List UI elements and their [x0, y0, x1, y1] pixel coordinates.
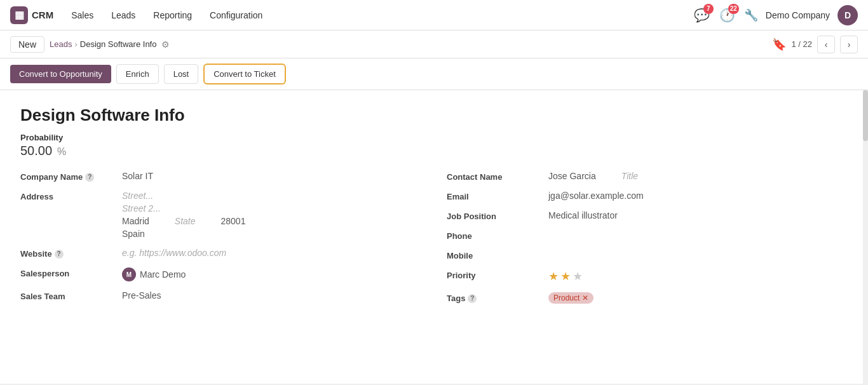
address-street1[interactable]: Street...: [122, 191, 421, 201]
contact-name-value[interactable]: Jose Garcia: [548, 171, 596, 181]
phone-label: Phone: [447, 230, 548, 241]
company-name[interactable]: Demo Company: [766, 10, 830, 20]
breadcrumb-right: 🔖 1 / 22 ‹ ›: [772, 36, 858, 53]
settings-gear-icon[interactable]: ⚙: [161, 39, 170, 50]
phone-row: Phone: [447, 230, 848, 241]
salesperson-name: Marc Demo: [140, 269, 186, 280]
address-street2[interactable]: Street 2...: [122, 203, 421, 213]
email-row: Email jga@solar.example.com: [447, 191, 848, 201]
company-name-row: Company Name ? Solar IT: [20, 171, 421, 182]
contact-name-row: Contact Name Jose Garcia Title: [447, 171, 848, 182]
salesperson-avatar: M: [122, 267, 136, 281]
menu-item-reporting[interactable]: Reporting: [146, 6, 200, 24]
form-right: Contact Name Jose Garcia Title Email jga…: [447, 171, 848, 313]
star-1[interactable]: ★: [548, 269, 559, 283]
website-row: Website ? e.g. https://www.odoo.com: [20, 248, 421, 259]
top-navigation: ▦ CRM Sales Leads Reporting Configuratio…: [0, 0, 868, 30]
record-title: Design Software Info: [20, 105, 848, 125]
messages-notification[interactable]: 💬 7: [693, 6, 711, 24]
salesperson-field[interactable]: M Marc Demo: [122, 267, 421, 281]
tag-remove-icon[interactable]: ✕: [582, 294, 588, 302]
breadcrumb-left: New Leads › Design Software Info ⚙: [10, 36, 170, 53]
address-row: Address Street... Street 2... Madrid Sta…: [20, 191, 421, 239]
address-label: Address: [20, 191, 122, 201]
probability-field: Probability 50.00 %: [20, 133, 848, 158]
activities-count: 22: [728, 4, 739, 14]
tags-field: Product ✕: [548, 292, 848, 304]
user-avatar[interactable]: D: [837, 5, 858, 25]
wrench-icon[interactable]: 🔧: [744, 8, 758, 22]
mobile-label: Mobile: [447, 250, 548, 260]
crm-logo-icon: ▦: [10, 6, 28, 24]
scrollbar-thumb[interactable]: [863, 90, 868, 141]
address-zip[interactable]: 28001: [221, 216, 246, 226]
website-label: Website ?: [20, 248, 122, 259]
job-position-row: Job Position Medical illustrator: [447, 210, 848, 221]
tags-label: Tags ?: [447, 292, 548, 303]
top-menu: Sales Leads Reporting Configuration: [64, 6, 688, 24]
address-city[interactable]: Madrid: [122, 216, 149, 226]
probability-value: 50.00: [20, 144, 52, 158]
email-label: Email: [447, 191, 548, 201]
breadcrumb-separator: ›: [74, 39, 77, 49]
breadcrumb: Leads › Design Software Info ⚙: [50, 39, 170, 50]
probability-unit: %: [57, 146, 66, 158]
email-value[interactable]: jga@solar.example.com: [548, 191, 848, 201]
pagination-info: 1 / 22: [791, 39, 812, 49]
website-value[interactable]: e.g. https://www.odoo.com: [122, 248, 421, 258]
priority-row: Priority ★ ★ ★: [447, 269, 848, 283]
address-city-row: Madrid State 28001: [122, 216, 421, 226]
bookmark-icon[interactable]: 🔖: [772, 37, 786, 51]
star-2[interactable]: ★: [560, 269, 571, 283]
tag-label: Product: [553, 294, 580, 302]
breadcrumb-parent[interactable]: Leads: [50, 39, 72, 49]
job-position-label: Job Position: [447, 210, 548, 221]
contact-name-field: Jose Garcia Title: [548, 171, 848, 181]
form-left: Company Name ? Solar IT Address Street..…: [20, 171, 421, 313]
salesperson-label: Salesperson: [20, 267, 122, 278]
job-position-value[interactable]: Medical illustrator: [548, 210, 848, 220]
menu-item-configuration[interactable]: Configuration: [202, 6, 270, 24]
new-button[interactable]: New: [10, 36, 44, 53]
convert-to-opportunity-button[interactable]: Convert to Opportunity: [10, 65, 111, 83]
pagination-next[interactable]: ›: [840, 36, 858, 53]
mobile-row: Mobile: [447, 250, 848, 260]
tags-help-icon[interactable]: ?: [468, 294, 477, 303]
menu-item-leads[interactable]: Leads: [104, 6, 143, 24]
title-label[interactable]: Title: [621, 171, 638, 181]
topnav-right: 💬 7 🕐 22 🔧 Demo Company D: [693, 5, 858, 25]
breadcrumb-bar: New Leads › Design Software Info ⚙ 🔖 1 /…: [0, 30, 868, 58]
lost-button[interactable]: Lost: [164, 64, 199, 84]
star-3[interactable]: ★: [573, 269, 583, 283]
pagination-prev[interactable]: ‹: [817, 36, 835, 53]
app-logo[interactable]: ▦ CRM: [10, 6, 53, 24]
company-name-help-icon[interactable]: ?: [85, 173, 94, 182]
breadcrumb-current: Design Software Info: [80, 39, 157, 49]
address-country[interactable]: Spain: [122, 229, 421, 239]
convert-to-ticket-button[interactable]: Convert to Ticket: [203, 64, 286, 84]
sales-team-row: Sales Team Pre-Sales: [20, 290, 421, 301]
enrich-button[interactable]: Enrich: [116, 64, 159, 84]
salesperson-row: Salesperson M Marc Demo: [20, 267, 421, 281]
messages-count: 7: [703, 4, 714, 14]
website-help-icon[interactable]: ?: [55, 250, 64, 259]
contact-name-label: Contact Name: [447, 171, 548, 182]
sales-team-value[interactable]: Pre-Sales: [122, 290, 421, 301]
form-section: Company Name ? Solar IT Address Street..…: [20, 171, 848, 313]
probability-label: Probability: [20, 133, 848, 142]
address-block: Street... Street 2... Madrid State 28001…: [122, 191, 421, 239]
action-bar: Convert to Opportunity Enrich Lost Conve…: [0, 58, 868, 90]
activities-notification[interactable]: 🕐 22: [719, 6, 736, 24]
product-tag: Product ✕: [548, 292, 593, 304]
priority-stars[interactable]: ★ ★ ★: [548, 269, 848, 283]
company-name-value[interactable]: Solar IT: [122, 171, 421, 181]
scrollbar-track[interactable]: [863, 90, 868, 384]
address-state-label[interactable]: State: [175, 216, 196, 226]
main-content: Design Software Info Probability 50.00 %…: [0, 90, 868, 384]
priority-label: Priority: [447, 269, 548, 280]
company-name-label: Company Name ?: [20, 171, 122, 182]
menu-item-sales[interactable]: Sales: [64, 6, 101, 24]
app-name: CRM: [32, 10, 53, 20]
sales-team-label: Sales Team: [20, 290, 122, 301]
tags-row: Tags ? Product ✕: [447, 292, 848, 304]
